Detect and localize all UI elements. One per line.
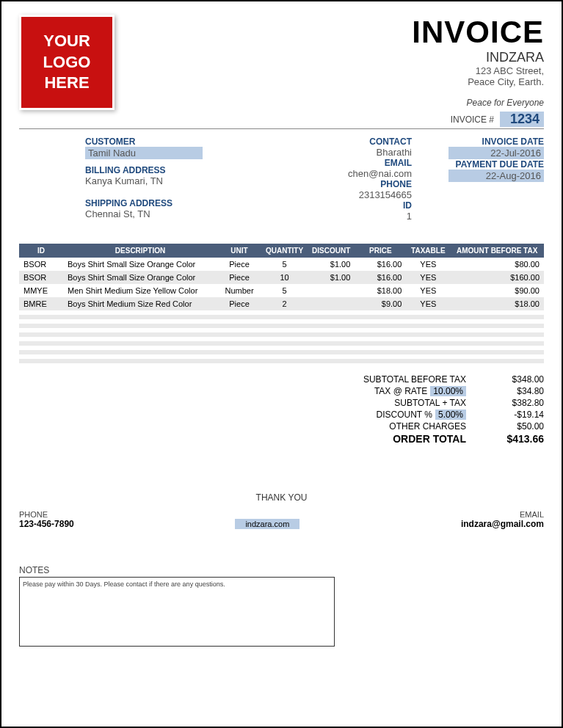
discount-rate: 5.00%: [435, 410, 466, 420]
table-header-row: ID DESCRIPTION UNIT QUANTITY DISCOUNT PR…: [19, 244, 544, 258]
col-unit: UNIT: [217, 244, 261, 258]
company-addr1: 123 ABC Street,: [412, 65, 544, 76]
subtax-value: $382.80: [471, 398, 544, 408]
id-label: ID: [280, 200, 412, 211]
total-value: $413.66: [471, 433, 544, 445]
table-cell: [63, 363, 217, 368]
table-cell: BSOR: [19, 258, 63, 271]
col-amt: AMOUNT BEFORE TAX: [450, 244, 544, 258]
col-price: PRICE: [355, 244, 406, 258]
customer-block: CUSTOMER Tamil Nadu BILLING ADDRESS Kany…: [19, 136, 280, 222]
invoice-page: YOUR LOGO HERE INVOICE INDZARA 123 ABC S…: [0, 0, 563, 728]
contact-label: CONTACT: [280, 136, 412, 147]
notes-section: NOTES Please pay within 30 Days. Please …: [19, 565, 335, 647]
due-date: 22-Aug-2016: [448, 170, 544, 182]
table-row: BSORBoys Shirt Small Size Orange ColorPi…: [19, 258, 544, 271]
table-cell: [261, 363, 308, 368]
table-cell: BSOR: [19, 271, 63, 284]
contact-block: CONTACT Bharathi EMAIL chen@nai.com PHON…: [280, 136, 412, 222]
table-cell: [19, 363, 63, 368]
table-cell: 10: [261, 271, 308, 284]
invoice-date-label: INVOICE DATE: [412, 136, 544, 147]
contact-email: chen@nai.com: [280, 168, 412, 179]
customer-name: Tamil Nadu: [85, 147, 203, 159]
other-label: OTHER CHARGES: [324, 421, 471, 432]
table-row: BSORBoys Shirt Small Size Orange ColorPi…: [19, 271, 544, 284]
invoice-number: 1234: [500, 112, 544, 127]
invoice-date: 22-Jul-2016: [448, 147, 544, 159]
email-label: EMAIL: [280, 158, 412, 168]
invoice-number-row: INVOICE # 1234: [19, 112, 544, 129]
header: YOUR LOGO HERE INVOICE INDZARA 123 ABC S…: [19, 15, 544, 110]
table-cell: YES: [406, 271, 450, 284]
table-cell: MMYE: [19, 284, 63, 297]
table-cell: $1.00: [308, 258, 355, 271]
subtotal-label: SUBTOTAL BEFORE TAX: [324, 374, 471, 385]
table-cell: YES: [406, 284, 450, 297]
col-desc: DESCRIPTION: [63, 244, 217, 258]
tax-label: TAX @ RATE: [374, 386, 427, 396]
contact-phone: 2313154665: [280, 189, 412, 200]
totals-block: SUBTOTAL BEFORE TAX $348.00 TAX @ RATE10…: [19, 374, 544, 445]
table-cell: [217, 363, 261, 368]
table-cell: Piece: [217, 297, 261, 310]
table-cell: $16.00: [355, 271, 406, 284]
notes-text: Please pay within 30 Days. Please contac…: [19, 577, 335, 647]
footer-site: indzara.com: [235, 519, 299, 529]
contact-name: Bharathi: [280, 147, 412, 158]
invoice-title: INVOICE: [412, 15, 544, 50]
col-qty: QUANTITY: [261, 244, 308, 258]
table-cell: Boys Shirt Small Size Orange Color: [63, 258, 217, 271]
table-cell: [406, 363, 450, 368]
subtotal-value: $348.00: [471, 374, 544, 385]
other-value: $50.00: [471, 421, 544, 432]
table-cell: [308, 363, 355, 368]
table-row: [19, 363, 544, 368]
table-cell: [355, 363, 406, 368]
logo-placeholder: YOUR LOGO HERE: [19, 15, 115, 110]
notes-label: NOTES: [19, 565, 335, 575]
company-tagline: Peace for Everyone: [412, 98, 544, 108]
table-cell: $90.00: [450, 284, 544, 297]
shipping-label: SHIPPING ADDRESS: [85, 198, 280, 208]
due-date-label: PAYMENT DUE DATE: [412, 159, 544, 170]
table-cell: $1.00: [308, 271, 355, 284]
customer-label: CUSTOMER: [85, 136, 280, 147]
table-cell: [450, 363, 544, 368]
subtax-label: SUBTOTAL + TAX: [324, 398, 471, 408]
table-cell: YES: [406, 297, 450, 310]
contact-id: 1: [280, 211, 412, 222]
table-cell: YES: [406, 258, 450, 271]
table-cell: $160.00: [450, 271, 544, 284]
footer-email-label: EMAIL: [461, 510, 544, 519]
table-cell: Number: [217, 284, 261, 297]
footer: PHONE 123-456-7890 indzara.com EMAIL ind…: [19, 510, 544, 529]
table-cell: 5: [261, 258, 308, 271]
discount-value: -$19.14: [471, 410, 544, 420]
table-cell: $18.00: [450, 297, 544, 310]
col-id: ID: [19, 244, 63, 258]
footer-phone: 123-456-7890: [19, 519, 74, 529]
thank-you: THANK YOU: [19, 492, 544, 503]
line-items-table: ID DESCRIPTION UNIT QUANTITY DISCOUNT PR…: [19, 244, 544, 368]
table-cell: Men Shirt Medium Size Yellow Color: [63, 284, 217, 297]
col-disc: DISCOUNT: [308, 244, 355, 258]
footer-phone-label: PHONE: [19, 510, 74, 519]
discount-label: DISCOUNT %: [377, 410, 432, 420]
table-cell: $9.00: [355, 297, 406, 310]
table-row: BMREBoys Shirt Medium Size Red ColorPiec…: [19, 297, 544, 310]
table-cell: 2: [261, 297, 308, 310]
shipping-address: Chennai St, TN: [85, 208, 280, 219]
tax-rate: 10.00%: [430, 386, 466, 396]
table-cell: Boys Shirt Medium Size Red Color: [63, 297, 217, 310]
table-cell: BMRE: [19, 297, 63, 310]
col-tax: TAXABLE: [406, 244, 450, 258]
company-addr2: Peace City, Earth.: [412, 76, 544, 87]
table-cell: $16.00: [355, 258, 406, 271]
billing-address: Kanya Kumari, TN: [85, 175, 280, 186]
table-cell: [308, 297, 355, 310]
total-label: ORDER TOTAL: [324, 433, 471, 445]
table-cell: $80.00: [450, 258, 544, 271]
tax-value: $34.80: [471, 386, 544, 396]
company-block: INVOICE INDZARA 123 ABC Street, Peace Ci…: [412, 15, 544, 108]
